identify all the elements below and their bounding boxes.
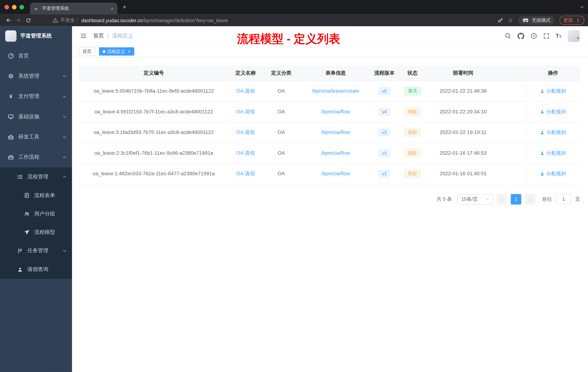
fullscreen-icon[interactable] [543,33,549,39]
assign-rule-link[interactable]: 分配规则 [540,88,566,94]
definition-name-link[interactable]: OA 请假 [236,129,255,135]
tab-search-chevron-icon[interactable] [580,5,584,10]
page-size-select[interactable]: 10条/页 [457,194,493,204]
form-link[interactable]: /bpm/oa/flow [321,130,350,135]
assign-rule-link[interactable]: 分配规则 [540,108,566,115]
status-badge: 挂起 [404,169,421,178]
table-row: oa_leave:1:482ec033-762a-11ec-8477-a2380… [79,163,580,184]
cell-version: v4 [371,101,398,122]
browser-menu-kebab-icon[interactable]: ⋮ [576,17,580,23]
cell-form-info: /bpm/oa/leave/create [300,81,371,101]
active-dot-icon [103,50,105,53]
prev-page-button[interactable]: ‹ [496,194,507,204]
form-link[interactable]: /bpm/oa/leave/create [312,88,359,94]
cell-status: 激活 [398,81,428,101]
definition-name-link[interactable]: OA 请假 [236,88,255,94]
window-close-button[interactable] [5,5,9,10]
page-number-button[interactable]: 1 [511,194,521,204]
goto-label: 前往 [542,196,552,203]
new-tab-button[interactable]: + [123,3,126,11]
sidebar-item-label: 流程模型 [34,229,55,236]
form-link[interactable]: /bpm/oa/flow [321,109,350,114]
sidebar-item-process-form[interactable]: 流程表单 [0,186,72,205]
sidebar-item-system[interactable]: 系统管理 [0,66,72,86]
browser-update-button[interactable]: 更新 ⋮ [559,16,584,25]
definition-name-link[interactable]: OA 请假 [236,109,255,114]
sidebar-item-leave-query[interactable]: 请假查询 [0,260,72,279]
incognito-label: 无痕模式 [532,17,551,23]
search-icon[interactable] [505,33,511,39]
sidebar-item-devtools[interactable]: 研发工具 [0,127,72,147]
table-row: oa_leave:3:1fad3d93-7b75-11ec-a3c8-acde4… [79,122,580,142]
breadcrumb-current: 流程定义 [112,33,133,39]
sidebar-item-process-model[interactable]: 流程模型 [0,223,72,241]
person-icon [540,109,545,114]
chevron-down-icon [62,135,67,139]
cell-status: 挂起 [398,143,428,163]
cell-definition-id: oa_leave:2:3c1f0ef1-76b1-11ec-9c66-a2380… [79,143,229,163]
col-process-version: 流程版本 [371,66,398,81]
sidebar-item-user-group[interactable]: 用户分组 [0,205,72,223]
tag-home[interactable]: 首页 [79,47,95,55]
cell-definition-id: oa_leave:1:482ec033-762a-11ec-8477-a2380… [79,163,229,184]
sidebar-item-task-management[interactable]: 任务管理 [0,241,72,260]
annotation-title: 流程模型 - 定义列表 [237,31,340,47]
assign-rule-link[interactable]: 分配规则 [540,129,566,136]
github-icon[interactable] [517,33,524,39]
assign-rule-link[interactable]: 分配规则 [540,150,566,156]
sidebar-item-payment[interactable]: ¥ 支付管理 [0,86,72,107]
warning-triangle-icon [52,18,58,23]
window-minimize-button[interactable] [12,5,17,10]
version-badge: v4 [378,108,390,115]
tag-process-definition[interactable]: 流程定义 × [99,47,134,55]
flag-icon [17,248,23,253]
tag-close-icon[interactable]: × [128,49,130,54]
sidebar-collapse-icon[interactable] [80,33,86,39]
gear-icon [8,73,14,79]
chevron-up-icon [62,155,67,160]
goto-page-input[interactable] [556,194,572,204]
sidebar-item-infrastructure[interactable]: 基础设施 [0,107,72,127]
cell-definition-name: OA 请假 [229,101,262,122]
breadcrumb-home[interactable]: 首页 [94,33,104,39]
assign-rule-label: 分配规则 [546,108,566,115]
reload-button[interactable] [23,17,33,23]
site-security[interactable]: 不安全 [52,17,75,24]
definition-name-link[interactable]: OA 请假 [236,150,255,156]
avatar[interactable] [568,30,580,42]
cell-definition-name: OA 请假 [229,163,262,184]
window-zoom-button[interactable] [20,5,24,10]
forward-button[interactable] [13,17,23,23]
assign-rule-label: 分配规则 [546,88,566,94]
table-header-row: 定义编号 定义名称 定义分类 表单信息 流程版本 状态 部署时间 操作 [79,66,580,81]
password-key-icon[interactable] [497,17,503,23]
sidebar-item-workflow[interactable]: 工作流程 [0,147,72,167]
app-logo[interactable]: 芋道管理系统 [0,26,72,46]
form-link[interactable]: /bpm/oa/flow [321,150,350,156]
cell-definition-id: oa_leave:5:004b710b-7b8a-11ec-8ef0-acde4… [79,81,229,101]
font-size-icon[interactable]: TT [556,33,561,39]
users-icon [23,211,30,217]
back-button[interactable] [4,17,14,23]
definition-name-link[interactable]: OA 请假 [236,171,255,176]
cell-spacer [499,81,526,101]
cell-deploy-time: 2022-01-22 19:19:11 [428,122,499,142]
svg-text:?: ? [533,34,535,38]
sidebar-item-label: 流程管理 [27,174,49,180]
sidebar-item-home[interactable]: 首页 [0,46,72,66]
help-icon[interactable]: ? [531,33,537,39]
tab-close-icon[interactable]: × [111,6,114,11]
sidebar-item-process-management[interactable]: 流程管理 [0,167,72,186]
col-definition-id: 定义编号 [79,66,229,81]
cell-spacer [499,101,526,122]
assign-rule-link[interactable]: 分配规则 [540,170,566,177]
cell-definition-name: OA 请假 [229,122,262,142]
cell-actions: 分配规则 [526,101,580,122]
bookmark-star-icon[interactable]: ☆ [508,17,513,24]
url-text[interactable]: dashboard.yudao.iocoder.cn/bpm/manager/d… [82,17,228,23]
browser-tab[interactable]: 芋道管理系统 × [30,2,117,14]
chevron-down-icon [62,94,67,99]
next-page-button[interactable]: › [525,194,536,204]
person-icon [540,130,545,135]
form-link[interactable]: /bpm/oa/flow [321,171,350,176]
